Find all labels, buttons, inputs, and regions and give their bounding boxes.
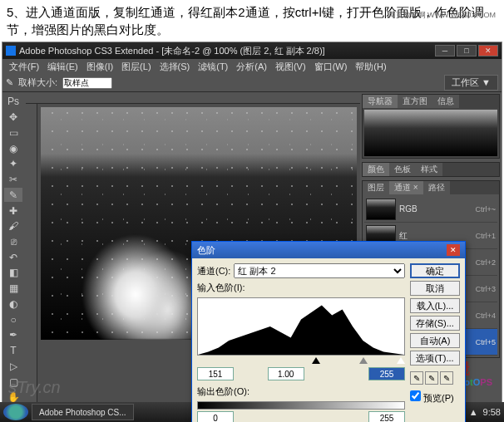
- tab-color[interactable]: 颜色: [363, 163, 389, 176]
- midtone-slider[interactable]: [359, 357, 368, 364]
- levels-dialog: 色阶 ✕ 通道(C): 红 副本 2 输入色阶(I): 输出色阶(O):: [191, 241, 466, 422]
- tab-swatches[interactable]: 色板: [389, 163, 416, 176]
- maximize-button[interactable]: □: [457, 45, 477, 56]
- input-midtone-value[interactable]: [268, 367, 304, 380]
- menu-image[interactable]: 图像(I): [83, 60, 116, 74]
- ps-icon: [6, 46, 16, 56]
- lasso-tool[interactable]: ◉: [4, 141, 22, 155]
- highlight-slider[interactable]: [397, 357, 405, 364]
- menu-window[interactable]: 窗口(W): [311, 60, 351, 74]
- titlebar: Adobe Photoshop CS3 Extended - [未命名-2 @ …: [2, 42, 502, 59]
- bottom-watermark: sTry.cn: [8, 378, 61, 397]
- stamp-tool[interactable]: ⎚: [4, 235, 22, 249]
- tab-navigator[interactable]: 导航器: [363, 95, 398, 108]
- dialog-titlebar[interactable]: 色阶 ✕: [192, 242, 465, 258]
- ps-logo-icon: Ps: [4, 95, 22, 109]
- sample-size-label: 取样大小:: [18, 76, 57, 89]
- save-button[interactable]: 存储(S)...: [410, 316, 460, 331]
- tab-styles[interactable]: 样式: [416, 163, 442, 176]
- close-button[interactable]: ✕: [478, 45, 498, 56]
- tab-info[interactable]: 信息: [432, 95, 459, 108]
- crop-tool[interactable]: ✂: [4, 173, 22, 187]
- tray-icon[interactable]: ▲: [469, 407, 478, 417]
- navigator-preview[interactable]: [363, 108, 499, 158]
- load-button[interactable]: 载入(L)...: [410, 298, 460, 313]
- instruction-text: 5、进入通道面版，复制红通道，得红副本2通道，按ctrl+l键，打开色阶面版，作…: [0, 0, 504, 42]
- type-tool[interactable]: T: [4, 344, 22, 358]
- tab-paths[interactable]: 路径: [423, 181, 450, 194]
- preview-checkbox[interactable]: 预览(P): [410, 390, 460, 405]
- toolbox: Ps ✥ ▭ ◉ ✦ ✂ ✎ ✚ 🖌 ⎚ ↶ ◧ ▦ ◐ ○ ✒ T ▷ ▢ ✋…: [2, 92, 26, 422]
- brush-tool[interactable]: 🖌: [4, 219, 22, 233]
- output-shadow-value[interactable]: [197, 411, 234, 422]
- minimize-button[interactable]: ─: [435, 45, 455, 56]
- options-bar: ✎ 取样大小: 工作区 ▼: [2, 74, 502, 92]
- ruler-vertical: [26, 104, 37, 422]
- start-button[interactable]: [3, 404, 28, 420]
- system-tray[interactable]: ▲ 9:58: [469, 407, 501, 417]
- channel-select-label: 通道(C):: [197, 265, 230, 277]
- tab-histogram[interactable]: 直方图: [398, 95, 432, 108]
- shadow-slider[interactable]: [312, 357, 320, 364]
- wand-tool[interactable]: ✦: [4, 157, 22, 171]
- menu-bar: 文件(F) 编辑(E) 图像(I) 图层(L) 选择(S) 滤镜(T) 分析(A…: [2, 59, 502, 74]
- cancel-button[interactable]: 取消: [410, 281, 460, 296]
- channel-rgb[interactable]: RGBCtrl+~: [364, 196, 497, 223]
- white-point-eyedropper[interactable]: ✎: [440, 371, 453, 385]
- workspace-button[interactable]: 工作区 ▼: [444, 75, 498, 91]
- gray-point-eyedropper[interactable]: ✎: [425, 371, 438, 385]
- ruler-horizontal: [26, 92, 360, 104]
- ok-button[interactable]: 确定: [410, 263, 460, 278]
- input-highlight-value[interactable]: [368, 367, 405, 380]
- menu-layer[interactable]: 图层(L): [118, 60, 154, 74]
- input-levels-label: 输入色阶(I):: [197, 282, 245, 294]
- blur-tool[interactable]: ◐: [4, 297, 22, 312]
- menu-view[interactable]: 视图(V): [272, 60, 309, 74]
- channel-select[interactable]: 红 副本 2: [234, 263, 405, 278]
- menu-select[interactable]: 选择(S): [156, 60, 194, 74]
- move-tool[interactable]: ✥: [4, 110, 22, 125]
- gradient-tool[interactable]: ▦: [4, 282, 22, 296]
- sample-size-input[interactable]: [62, 77, 112, 89]
- dialog-title: 色阶: [197, 244, 215, 257]
- output-gradient[interactable]: [197, 401, 405, 410]
- site-watermark: 网页教学网 WWW.WEBJX.COM: [388, 10, 497, 21]
- tab-channels[interactable]: 通道 ×: [389, 181, 423, 194]
- menu-filter[interactable]: 滤镜(T): [195, 60, 231, 74]
- path-tool[interactable]: ▷: [4, 359, 22, 373]
- input-slider[interactable]: [197, 357, 405, 364]
- options-button[interactable]: 选项(T)...: [410, 351, 460, 366]
- eyedropper-icon: ✎: [6, 77, 13, 88]
- eyedropper-tool[interactable]: ✎: [4, 188, 22, 202]
- dodge-tool[interactable]: ○: [4, 312, 22, 326]
- pen-tool[interactable]: ✒: [4, 328, 22, 342]
- tab-layers[interactable]: 图层: [363, 181, 389, 194]
- window-title: Adobe Photoshop CS3 Extended - [未命名-2 @ …: [19, 45, 435, 57]
- menu-file[interactable]: 文件(F): [6, 60, 42, 74]
- history-brush-tool[interactable]: ↶: [4, 250, 22, 264]
- output-levels-label: 输出色阶(O):: [197, 385, 250, 398]
- output-highlight-value[interactable]: [368, 411, 405, 422]
- eraser-tool[interactable]: ◧: [4, 266, 22, 280]
- black-point-eyedropper[interactable]: ✎: [410, 371, 423, 385]
- auto-button[interactable]: 自动(A): [410, 333, 460, 348]
- menu-analysis[interactable]: 分析(A): [233, 60, 270, 74]
- menu-edit[interactable]: 编辑(E): [44, 60, 82, 74]
- dialog-close-button[interactable]: ✕: [447, 244, 460, 256]
- histogram[interactable]: [197, 297, 405, 356]
- marquee-tool[interactable]: ▭: [4, 125, 22, 140]
- clock: 9:58: [483, 407, 501, 417]
- taskbar-item-photoshop[interactable]: Adobe Photoshop CS...: [32, 404, 134, 420]
- heal-tool[interactable]: ✚: [4, 204, 22, 218]
- input-shadow-value[interactable]: [197, 367, 234, 380]
- menu-help[interactable]: 帮助(H): [352, 60, 389, 74]
